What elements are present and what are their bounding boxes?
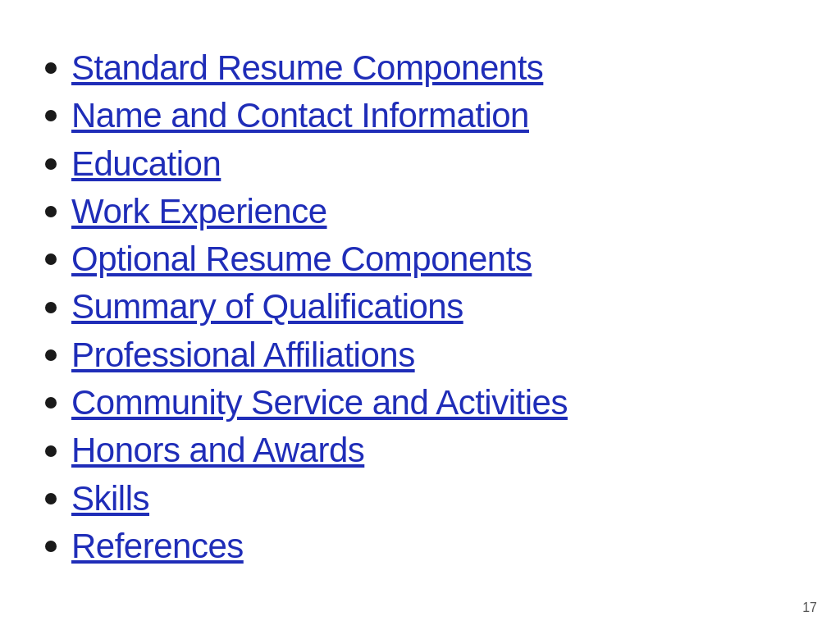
link-education[interactable]: Education (71, 144, 221, 184)
bullet-dot-icon (45, 206, 57, 217)
bullet-dot-icon (45, 349, 57, 361)
link-name-and-contact-information[interactable]: Name and Contact Information (71, 96, 529, 135)
link-references[interactable]: References (71, 527, 244, 566)
link-standard-resume-components[interactable]: Standard Resume Components (71, 48, 543, 88)
bullet-dot-icon (45, 110, 57, 121)
bullet-dot-icon (45, 397, 57, 409)
page-number: 17 (802, 600, 817, 615)
bullet-dot-icon (45, 253, 57, 265)
bullet-dot-icon (45, 541, 57, 552)
list-item: Community Service and Activities (45, 380, 568, 426)
slide: Standard Resume ComponentsName and Conta… (0, 0, 840, 630)
bullet-list: Standard Resume ComponentsName and Conta… (45, 45, 568, 569)
bullet-dot-icon (45, 158, 57, 170)
link-professional-affiliations[interactable]: Professional Affiliations (71, 336, 415, 375)
list-item: Name and Contact Information (45, 93, 568, 139)
link-skills[interactable]: Skills (71, 479, 149, 518)
link-community-service-and-activities[interactable]: Community Service and Activities (71, 383, 568, 422)
list-item: Standard Resume Components (45, 45, 568, 91)
link-summary-of-qualifications[interactable]: Summary of Qualifications (71, 287, 463, 326)
bullet-dot-icon (45, 62, 57, 74)
link-work-experience[interactable]: Work Experience (71, 192, 327, 231)
link-honors-and-awards[interactable]: Honors and Awards (71, 431, 364, 470)
list-item: Professional Affiliations (45, 332, 568, 378)
list-item: Summary of Qualifications (45, 284, 568, 330)
bullet-dot-icon (45, 445, 57, 457)
list-item: Honors and Awards (45, 427, 568, 473)
link-optional-resume-components[interactable]: Optional Resume Components (71, 240, 532, 279)
list-item: Education (45, 141, 568, 187)
bullet-dot-icon (45, 302, 57, 313)
list-item: Work Experience (45, 189, 568, 235)
bullet-dot-icon (45, 493, 57, 504)
list-item: Skills (45, 476, 568, 522)
list-item: Optional Resume Components (45, 236, 568, 282)
list-item: References (45, 523, 568, 569)
